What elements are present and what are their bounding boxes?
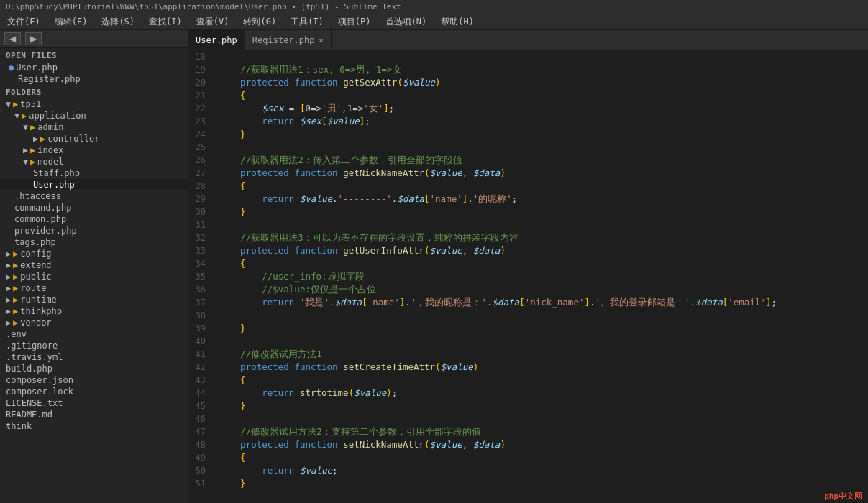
line-content: return strtotime($value); — [214, 387, 868, 400]
open-file-register[interactable]: Register.php — [0, 73, 188, 85]
bracket-span: } — [240, 323, 246, 333]
bracket-span: { — [240, 90, 246, 101]
table-row: 49 { — [188, 451, 868, 464]
bracket-span: ) — [435, 77, 441, 88]
folder-vendor[interactable]: ▶▶vendor — [0, 317, 188, 328]
comment-span: //$value:仅仅是一个占位 — [219, 284, 376, 295]
bracket-span: ) — [500, 245, 506, 256]
line-number: 43 — [188, 374, 214, 387]
file-common[interactable]: common.php — [0, 213, 188, 225]
folder-application[interactable]: ▼▶application — [0, 110, 188, 121]
menu-item[interactable]: 选择(S) — [97, 15, 139, 29]
op-span: , — [462, 245, 468, 256]
file-build[interactable]: build.php — [0, 363, 188, 374]
folder-icon: ▶ — [40, 134, 45, 144]
folder-config[interactable]: ▶▶config — [0, 248, 188, 259]
line-content: { — [214, 180, 868, 193]
menu-item[interactable]: 工具(T) — [286, 15, 328, 29]
folder-model[interactable]: ▼▶model — [0, 156, 188, 167]
menu-item[interactable]: 编辑(E) — [50, 15, 92, 29]
folder-thinkphp[interactable]: ▶▶thinkphp — [0, 305, 188, 317]
folder-tp51[interactable]: ▼▶tp51 — [0, 98, 188, 110]
folder-runtime[interactable]: ▶▶runtime — [0, 294, 188, 305]
file-composer-lock[interactable]: composer.lock — [0, 386, 188, 397]
nav-forward-button[interactable]: ▶ — [25, 32, 42, 45]
var-span: $sex — [300, 116, 321, 126]
comment-span: //获取器用法1：sex, 0=>男, 1=>女 — [219, 64, 402, 75]
file-think[interactable]: think — [0, 420, 188, 432]
line-number: 36 — [188, 283, 214, 296]
table-row: 34 { — [188, 257, 868, 270]
line-number: 28 — [188, 180, 214, 193]
table-row: 25 — [188, 141, 868, 154]
line-number: 46 — [188, 412, 214, 425]
var-span: $data — [335, 297, 362, 308]
line-content: //获取器用法1：sex, 0=>男, 1=>女 — [214, 63, 868, 76]
line-content: { — [214, 89, 868, 102]
table-row: 20 protected function getSexAttr($value) — [188, 76, 868, 89]
line-content: protected function setNickNameAttr($valu… — [214, 438, 868, 451]
bracket-span: } — [240, 400, 246, 411]
var-span: $value — [430, 439, 462, 450]
folder-icon: ▶ — [30, 122, 35, 132]
nav-back-button[interactable]: ◀ — [4, 32, 21, 45]
line-number: 44 — [188, 387, 214, 400]
var-span: $value — [430, 167, 462, 178]
file-readme[interactable]: README.md — [0, 409, 188, 420]
code-editor[interactable]: 18 19 //获取器用法1：sex, 0=>男, 1=>女 20 protec… — [188, 50, 868, 489]
tab-register[interactable]: Register.php ✕ — [245, 30, 332, 50]
file-command[interactable]: command.php — [0, 202, 188, 213]
folder-route[interactable]: ▶▶route — [0, 282, 188, 294]
file-htaccess[interactable]: .htaccess — [0, 190, 188, 202]
menu-item[interactable]: 转到(G) — [239, 15, 280, 29]
keyword-span: function — [294, 439, 337, 450]
file-license[interactable]: LICENSE.txt — [0, 397, 188, 409]
line-content: return $value; — [214, 464, 868, 477]
bottom-bar: php中文网 — [188, 489, 868, 503]
file-composer-json[interactable]: composer.json — [0, 374, 188, 386]
folder-index[interactable]: ▶▶index — [0, 144, 188, 156]
table-row: 46 — [188, 412, 868, 425]
title-text: D:\phpStudy\PHPTutorial\WWW\tp51\applica… — [6, 2, 401, 11]
op-span: . — [329, 297, 335, 308]
op-span: ; — [392, 387, 398, 398]
folder-extend[interactable]: ▶▶extend — [0, 259, 188, 271]
file-tags[interactable]: tags.php — [0, 236, 188, 248]
line-content: { — [214, 451, 868, 464]
menu-item[interactable]: 查看(V) — [192, 15, 234, 29]
file-user-active[interactable]: User.php — [0, 179, 188, 190]
menu-item[interactable]: 查找(I) — [145, 15, 186, 29]
folder-public[interactable]: ▶▶public — [0, 271, 188, 282]
menu-item[interactable]: 帮助(H) — [437, 15, 478, 29]
menu-item[interactable]: 文件(F) — [3, 15, 45, 29]
arrow-icon: ▼ — [23, 157, 30, 167]
comment-span: //修改器试用方法2：支持第二个参数，引用全部字段的值 — [219, 426, 481, 437]
function-span: getUserInfoAttr — [343, 245, 424, 256]
line-content — [214, 141, 868, 154]
op-span: . — [332, 193, 338, 204]
menu-item[interactable]: 项目(P) — [334, 15, 375, 29]
arrow-icon: ▶ — [23, 145, 30, 155]
var-span: $value — [327, 116, 360, 126]
table-row: 29 return $value.'--------'.$data['name'… — [188, 193, 868, 206]
folder-controller[interactable]: ▶▶controller — [0, 133, 188, 144]
file-travis[interactable]: .travis.yml — [0, 351, 188, 363]
op-span: , — [462, 167, 468, 178]
bracket-span: { — [240, 452, 246, 463]
table-row: 23 return $sex[$value]; — [188, 115, 868, 128]
line-content: //修改器试用方法1 — [214, 348, 868, 361]
open-file-user[interactable]: ●User.php — [0, 62, 188, 73]
bracket-span: ( — [424, 167, 430, 178]
file-env[interactable]: .env — [0, 328, 188, 340]
bracket-span: { — [240, 180, 246, 191]
file-staff[interactable]: Staff.php — [0, 167, 188, 179]
file-gitignore[interactable]: .gitignore — [0, 340, 188, 351]
tab-user[interactable]: User.php — [188, 30, 245, 50]
file-provider[interactable]: provider.php — [0, 225, 188, 236]
tab-close-icon[interactable]: ✕ — [319, 36, 324, 44]
var-span: $value — [403, 77, 435, 88]
bracket-span: ] — [383, 103, 389, 114]
folder-admin[interactable]: ▼▶admin — [0, 121, 188, 133]
menu-item[interactable]: 首选项(N) — [381, 15, 431, 29]
table-row: 27 protected function getNickNameAttr($v… — [188, 167, 868, 180]
